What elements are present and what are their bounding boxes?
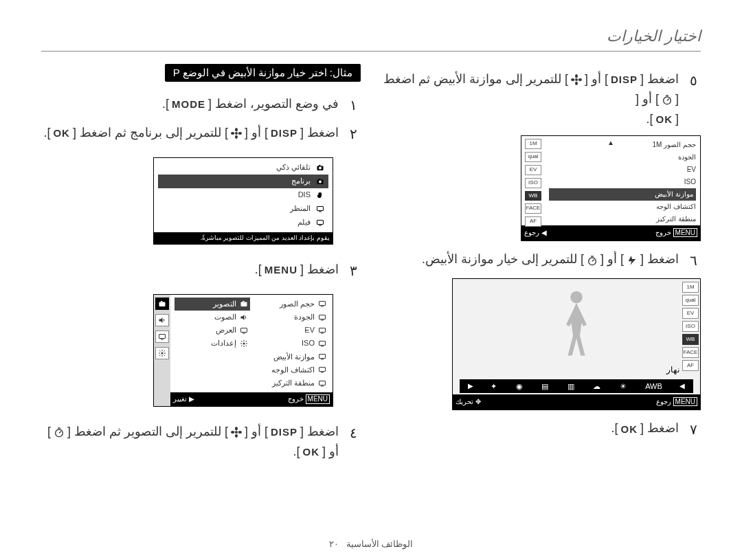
- shoot-menu-line: منطقة التركيز: [549, 213, 696, 225]
- step-number: ٥: [686, 69, 701, 91]
- person-silhouette-icon: [559, 289, 594, 361]
- menu-category-strip: [154, 295, 170, 406]
- display-icon: [239, 326, 249, 335]
- shoot-footer: MENU خروج ◀ رجوع: [521, 225, 700, 240]
- shoot-menu-line: موازنة الأبيض: [549, 188, 696, 201]
- step-text: اضغط [DISP] أو [] للتمرير إلى برنامج ثم …: [41, 123, 339, 143]
- timer-icon: [659, 91, 675, 108]
- step-number: ٢: [346, 123, 361, 145]
- wb-strip-icon: 1M: [682, 282, 699, 293]
- camera-icon: [155, 298, 169, 310]
- footer-move: ✥ تحريك: [456, 396, 481, 407]
- shoot-strip-icon: EV: [525, 165, 541, 175]
- step-6: ٦ اضغط [] أو [] للتمرير إلى خيار موازنة …: [381, 249, 701, 271]
- flash-icon: [624, 252, 640, 269]
- ok-key: OK: [618, 421, 640, 438]
- step-text: اضغط [OK].: [381, 418, 679, 438]
- step-3-screen: حجم الصورالجودةEVISOموازنة الأبيضاكتشاف …: [41, 289, 361, 415]
- settings-icon: [155, 347, 169, 359]
- af-area-icon: [317, 379, 327, 388]
- camera-auto-icon: [315, 163, 326, 172]
- landscape-icon: [315, 204, 326, 214]
- wb-selected-label: نهار: [666, 363, 679, 377]
- shoot-strip-icon: AF: [525, 216, 541, 227]
- timer-icon: [584, 252, 600, 269]
- footer-back: ◀ رجوع: [524, 227, 547, 238]
- disp-key: DISP: [608, 71, 640, 88]
- mode-menu-item: المنظر: [158, 202, 328, 216]
- header-divider: [41, 51, 701, 52]
- step-number: ٣: [346, 260, 361, 282]
- step-2-screen: تلقائي ذكيبرنامجDISالمنظرفيلم يقوم بإعدا…: [41, 152, 361, 253]
- wb-icon-strip: 1MqualEVISOWBFACEAF: [682, 282, 699, 371]
- step-7: ٧ اضغط [OK].: [381, 418, 701, 440]
- disp-key: DISP: [268, 424, 300, 440]
- ok-key: OK: [653, 111, 675, 128]
- shoot-menu-line: الجودة: [549, 151, 696, 164]
- step-5: ٥ اضغط [DISP] أو [] للتمرير إلى موازنة ا…: [381, 69, 701, 128]
- mode-item-label: المنظر: [290, 204, 311, 213]
- shoot-menu-line: ISO: [549, 176, 696, 188]
- face-icon: [317, 366, 327, 374]
- shoot-menu-lines: حجم الصور 1MالجودةEVISOموازنة الأبيضاكتش…: [545, 136, 700, 225]
- menu-footer: MENU خروج ▶ تغيير: [170, 392, 333, 406]
- shoot-strip-icon: 1M: [525, 139, 541, 149]
- step-number: ٦: [686, 249, 701, 271]
- step-3: ٣ اضغط [MENU].: [41, 260, 361, 282]
- step-number: ٧: [686, 418, 701, 440]
- sound-icon: [239, 313, 249, 322]
- quality-icon: [317, 313, 327, 322]
- mode-key: MODE: [169, 96, 208, 113]
- timer-icon: [51, 424, 67, 440]
- flower-icon: [228, 125, 245, 142]
- menu-item: اكتشاف الوجه: [253, 363, 328, 377]
- menu-item: منطقة التركيز: [253, 377, 328, 390]
- wb-screen: 1MqualEVISOWBFACEAF نهار ◀AWB☀☁▥▤◉✦▶ MEN…: [452, 278, 701, 410]
- ok-key: OK: [300, 444, 322, 460]
- chevron-up-icon: ▲: [607, 137, 614, 148]
- wb-option-cloudy: ☁: [592, 381, 602, 393]
- column-left: ٥ اضغط [DISP] أو [] للتمرير إلى موازنة ا…: [381, 64, 701, 469]
- mode-menu-item: فيلم: [158, 216, 328, 229]
- ok-key: OK: [50, 125, 73, 142]
- example-badge: مثال: اختر خيار موازنة الأبيض في الوضع P: [165, 64, 361, 82]
- mode-menu: تلقائي ذكيبرنامجDISالمنظرفيلم: [158, 161, 328, 229]
- wb-option-fluorescent-h: ▥: [566, 381, 576, 393]
- shoot-menu-line: اكتشاف الوجه: [549, 201, 696, 213]
- wb-strip-icon: ISO: [682, 321, 699, 332]
- shoot-menu-line: حجم الصور 1M: [549, 139, 696, 151]
- mode-menu-item: تلقائي ذكي: [158, 161, 328, 175]
- steps-5-7: ٥ اضغط [DISP] أو [] للتمرير إلى موازنة ا…: [381, 69, 701, 440]
- wb-strip-icon: WB: [682, 334, 699, 345]
- footer-exit: MENU خروج: [288, 394, 330, 404]
- shoot-icon-strip: 1MqualEVISOWBFACEAF: [521, 136, 545, 225]
- wb-options-strip: ◀AWB☀☁▥▤◉✦▶: [460, 379, 693, 393]
- wb-icon: [317, 352, 327, 361]
- camera-icon: [315, 177, 326, 186]
- film-icon: [315, 218, 326, 227]
- page-header: اختيار الخيارات: [41, 27, 701, 45]
- menu-list-left: حجم الصورالجودةEVISOموازنة الأبيضاكتشاف …: [253, 298, 328, 390]
- steps-1-4: ١ في وضع التصوير، اضغط [MODE]. ٢ اضغط [D…: [41, 94, 361, 462]
- footer-change: ▶ تغيير: [173, 395, 194, 403]
- menu-category-item: العرض: [175, 324, 250, 337]
- footer-back: MENU رجوع: [656, 396, 697, 407]
- shoot-menu-screen: ▲ حجم الصور 1MالجودةEVISOموازنة الأبيضاك…: [521, 135, 701, 241]
- shoot-strip-icon: FACE: [525, 203, 541, 214]
- wb-strip-icon: qual: [682, 295, 699, 306]
- wb-strip-icon: AF: [682, 360, 699, 371]
- step-text: اضغط [] أو [] للتمرير إلى خيار موازنة ال…: [381, 249, 679, 269]
- menu-list-right: التصويرالصوتالعرضإعدادات: [175, 298, 250, 390]
- step-text: في وضع التصوير، اضغط [MODE].: [41, 94, 339, 114]
- shoot-menu-line: EV: [549, 164, 696, 176]
- manual-page: اختيار الخيارات مثال: اختر خيار موازنة ا…: [0, 0, 742, 560]
- wb-strip-icon: EV: [682, 308, 699, 319]
- step-5-screen: ▲ حجم الصور 1MالجودةEVISOموازنة الأبيضاك…: [381, 135, 701, 241]
- arrow-left-icon: ◀: [679, 381, 685, 392]
- shoot-strip-icon: qual: [525, 152, 541, 162]
- wb-option-AWB: AWB: [644, 381, 664, 393]
- mode-menu-item: DIS: [158, 188, 328, 202]
- column-right: مثال: اختر خيار موازنة الأبيض في الوضع P…: [41, 64, 361, 469]
- size-icon: [317, 300, 327, 308]
- ev-icon: [317, 326, 327, 335]
